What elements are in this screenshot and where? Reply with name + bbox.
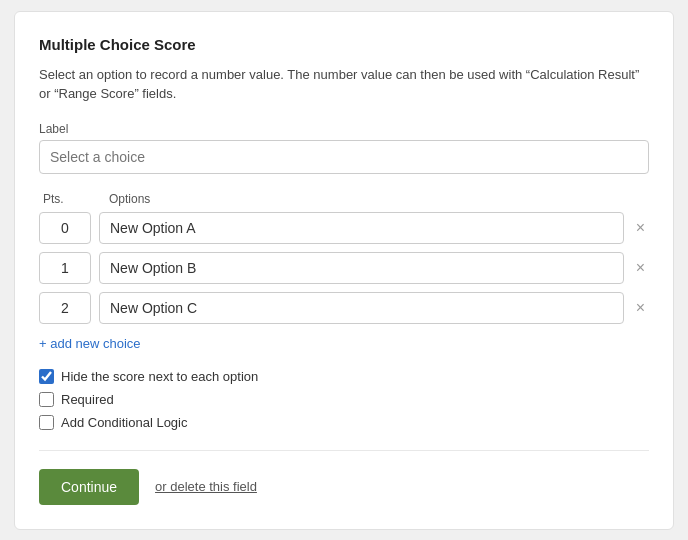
options-header: Pts. Options <box>39 192 649 206</box>
conditional-logic-label: Add Conditional Logic <box>61 415 187 430</box>
required-checkbox[interactable] <box>39 392 54 407</box>
table-row: × <box>39 292 649 324</box>
conditional-logic-checkbox[interactable] <box>39 415 54 430</box>
options-section: Pts. Options × × × <box>39 192 649 324</box>
card-title: Multiple Choice Score <box>39 36 649 53</box>
multiple-choice-score-card: Multiple Choice Score Select an option t… <box>14 11 674 530</box>
remove-option-2-button[interactable]: × <box>632 300 649 316</box>
label-input[interactable] <box>39 140 649 174</box>
required-row[interactable]: Required <box>39 392 649 407</box>
hide-score-checkbox[interactable] <box>39 369 54 384</box>
continue-button[interactable]: Continue <box>39 469 139 505</box>
conditional-logic-row[interactable]: Add Conditional Logic <box>39 415 649 430</box>
remove-option-0-button[interactable]: × <box>632 220 649 236</box>
add-new-choice-button[interactable]: + add new choice <box>39 336 141 351</box>
label-field-label: Label <box>39 122 649 136</box>
option-input-0[interactable] <box>99 212 624 244</box>
required-label: Required <box>61 392 114 407</box>
pts-column-header: Pts. <box>39 192 99 206</box>
option-input-2[interactable] <box>99 292 624 324</box>
footer: Continue or delete this field <box>39 469 649 505</box>
table-row: × <box>39 252 649 284</box>
footer-divider <box>39 450 649 451</box>
card-description: Select an option to record a number valu… <box>39 65 649 104</box>
pts-input-2[interactable] <box>39 292 91 324</box>
hide-score-label: Hide the score next to each option <box>61 369 258 384</box>
remove-option-1-button[interactable]: × <box>632 260 649 276</box>
option-input-1[interactable] <box>99 252 624 284</box>
pts-input-1[interactable] <box>39 252 91 284</box>
delete-field-link[interactable]: or delete this field <box>155 479 257 494</box>
checkboxes-group: Hide the score next to each option Requi… <box>39 369 649 430</box>
table-row: × <box>39 212 649 244</box>
options-column-header: Options <box>99 192 649 206</box>
pts-input-0[interactable] <box>39 212 91 244</box>
hide-score-row[interactable]: Hide the score next to each option <box>39 369 649 384</box>
